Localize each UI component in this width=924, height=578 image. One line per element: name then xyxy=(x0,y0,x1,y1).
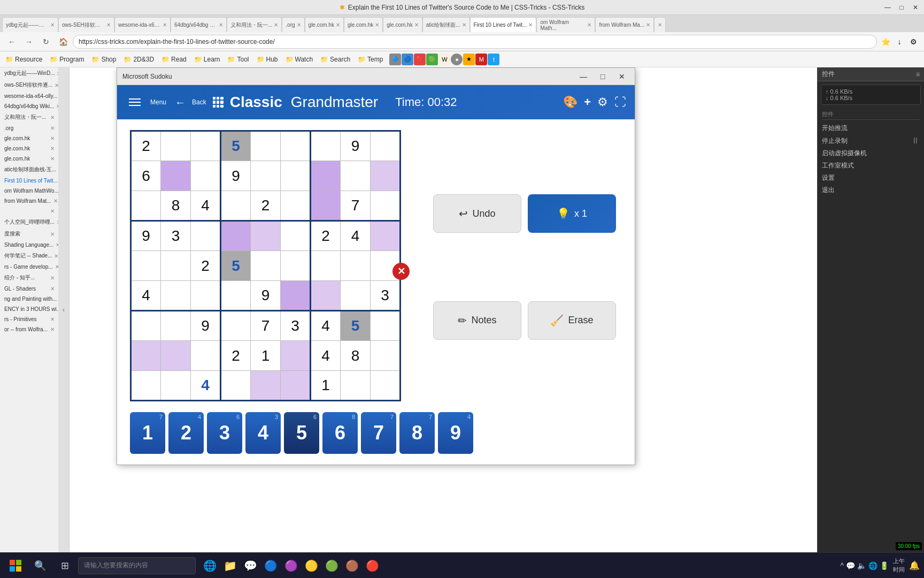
sidebar-item-3[interactable]: wesome-ida-x64-olly... ✕ xyxy=(0,91,59,101)
sudoku-cell[interactable]: 2 xyxy=(221,341,251,371)
taskbar-app-8[interactable]: 🟤 xyxy=(342,556,361,575)
sudoku-cell[interactable] xyxy=(311,281,341,311)
tab-close-icon[interactable]: ✕ xyxy=(375,22,379,28)
taskbar-app-2[interactable]: 📁 xyxy=(220,556,240,575)
tab-close-icon[interactable]: ✕ xyxy=(336,22,340,28)
tab-close-icon[interactable]: ✕ xyxy=(528,22,533,28)
num-7[interactable]: 77 xyxy=(361,412,396,454)
sudoku-cell[interactable]: 6 xyxy=(131,161,161,191)
bookmark-temp[interactable]: 📁 Temp xyxy=(355,55,386,64)
sudoku-cell[interactable]: 2 xyxy=(131,131,161,161)
sudoku-cell[interactable] xyxy=(281,341,311,371)
num-4[interactable]: 43 xyxy=(245,412,281,454)
sudoku-cell[interactable] xyxy=(311,191,341,221)
num-6[interactable]: 68 xyxy=(322,412,358,454)
sudoku-cell[interactable]: 5 xyxy=(341,311,371,341)
sudoku-cell[interactable] xyxy=(251,161,281,191)
num-8[interactable]: 87 xyxy=(399,412,435,454)
sudoku-cell[interactable] xyxy=(281,161,311,191)
sudoku-cell[interactable]: 4 xyxy=(311,311,341,341)
start-stream-btn[interactable]: 开始推流 xyxy=(822,122,920,134)
sidebar-item-6[interactable]: .org ✕ xyxy=(0,123,59,133)
sudoku-cell[interactable]: 7 xyxy=(341,191,371,221)
sudoku-cell[interactable] xyxy=(221,221,251,251)
sidebar-item-17[interactable]: Shading Language... ✕ xyxy=(0,240,59,250)
sudoku-cell[interactable] xyxy=(251,371,281,401)
taskbar-app-9[interactable]: 🔴 xyxy=(363,556,382,575)
win-close-button[interactable]: ✕ xyxy=(614,71,629,82)
sudoku-cell[interactable] xyxy=(281,371,311,401)
tab-item[interactable]: 义和用法・阮一... ✕ xyxy=(227,17,282,32)
ext-icon[interactable]: 🔴 xyxy=(414,54,426,65)
sudoku-cell[interactable] xyxy=(371,131,401,161)
maximize-button[interactable]: □ xyxy=(895,2,908,13)
sidebar-item-18[interactable]: 何学笔记 -- Shade... ✕ xyxy=(0,250,59,262)
bookmark-watch[interactable]: 📁 Watch xyxy=(282,55,317,64)
num-5[interactable]: 56 xyxy=(284,412,319,454)
sidebar-item-5[interactable]: 义和用法・阮一... ✕ xyxy=(0,111,59,123)
sudoku-cell[interactable] xyxy=(131,371,161,401)
tray-icon-3[interactable]: 🔈 xyxy=(857,561,866,570)
tab-item[interactable]: gle.com.hk ✕ xyxy=(383,17,422,32)
sudoku-cell[interactable] xyxy=(341,161,371,191)
nav-icon[interactable]: ↓ xyxy=(893,35,906,48)
nav-icon[interactable]: ⭐ xyxy=(879,35,892,48)
sidebar-item-13[interactable]: from Wolfram Mat... ✕ xyxy=(0,196,59,206)
tray-icon-4[interactable]: 🌐 xyxy=(868,561,877,570)
sudoku-cell[interactable]: 4 xyxy=(191,371,221,401)
sudoku-cell[interactable]: 4 xyxy=(341,221,371,251)
sudoku-cell[interactable] xyxy=(161,131,191,161)
tray-icon-1[interactable]: ^ xyxy=(840,561,844,570)
sidebar-item-7[interactable]: gle.com.hk ✕ xyxy=(0,133,59,143)
sudoku-cell[interactable] xyxy=(191,131,221,161)
sidebar-item-21[interactable]: GL - Shaders ✕ xyxy=(0,284,59,294)
sudoku-cell[interactable]: 2 xyxy=(191,251,221,281)
sudoku-cell[interactable] xyxy=(341,251,371,281)
sudoku-cell[interactable] xyxy=(371,371,401,401)
notification-button[interactable]: 🔔 xyxy=(909,560,920,571)
bookmark-read[interactable]: 📁 Read xyxy=(158,55,190,64)
hint-button[interactable]: 💡 x 1 xyxy=(528,194,616,233)
ext-icon[interactable]: 🔵 xyxy=(402,54,413,65)
sudoku-cell[interactable] xyxy=(161,161,191,191)
tab-close-icon[interactable]: ✕ xyxy=(219,22,223,28)
win-minimize-button[interactable]: — xyxy=(576,71,591,82)
tray-icon-5[interactable]: 🔋 xyxy=(880,561,889,570)
num-1[interactable]: 17 xyxy=(130,412,165,454)
sudoku-cell[interactable] xyxy=(161,281,191,311)
sudoku-cell[interactable] xyxy=(131,311,161,341)
sidebar-item-23[interactable]: ENCY in 3 HOURS wi... ✕ xyxy=(0,304,59,314)
sidebar-item-active[interactable]: First 10 Lines of Twit... ✕ xyxy=(0,176,59,186)
sudoku-cell[interactable]: 4 xyxy=(311,341,341,371)
taskbar-app-1[interactable]: 🌐 xyxy=(200,556,219,575)
num-3[interactable]: 36 xyxy=(207,412,242,454)
tab-close-icon[interactable]: ✕ xyxy=(587,22,591,28)
settings-ctrl-btn[interactable]: 设置 xyxy=(822,172,920,184)
sidebar-item-9[interactable]: gle.com.hk ✕ xyxy=(0,154,59,164)
start-button[interactable] xyxy=(4,554,27,577)
sudoku-cell[interactable] xyxy=(311,251,341,281)
tab-item[interactable]: gle.com.hk ✕ xyxy=(305,17,344,32)
color-scheme-button[interactable]: 🎨 xyxy=(563,95,578,109)
sudoku-cell[interactable]: 7 xyxy=(251,311,281,341)
add-button[interactable]: + xyxy=(584,95,591,109)
panel-collapse-icon[interactable]: ≡ xyxy=(916,71,920,78)
erase-button[interactable]: 🧹 Erase xyxy=(528,301,616,340)
sudoku-cell[interactable]: 5 xyxy=(221,251,251,281)
ext-icon[interactable]: t xyxy=(488,54,499,65)
fullscreen-button[interactable]: ⛶ xyxy=(614,95,626,109)
ext-icon[interactable]: M xyxy=(475,54,487,65)
sudoku-cell[interactable]: 1 xyxy=(251,341,281,371)
num-2[interactable]: 24 xyxy=(168,412,204,454)
tab-close-icon[interactable]: ✕ xyxy=(163,22,167,28)
nav-home[interactable]: 🏠 xyxy=(56,34,71,49)
sidebar-item-2[interactable]: ows-SEH排软件逐... ✕ xyxy=(0,79,59,91)
sudoku-cell[interactable] xyxy=(161,251,191,281)
sudoku-cell[interactable] xyxy=(281,281,311,311)
tab-item[interactable]: ✕ xyxy=(654,17,666,32)
sudoku-cell[interactable]: 5 xyxy=(221,131,251,161)
nav-forward[interactable]: → xyxy=(21,34,36,49)
sudoku-cell[interactable] xyxy=(281,251,311,281)
win-maximize-button[interactable]: □ xyxy=(595,71,610,82)
menu-button[interactable] xyxy=(126,95,144,109)
